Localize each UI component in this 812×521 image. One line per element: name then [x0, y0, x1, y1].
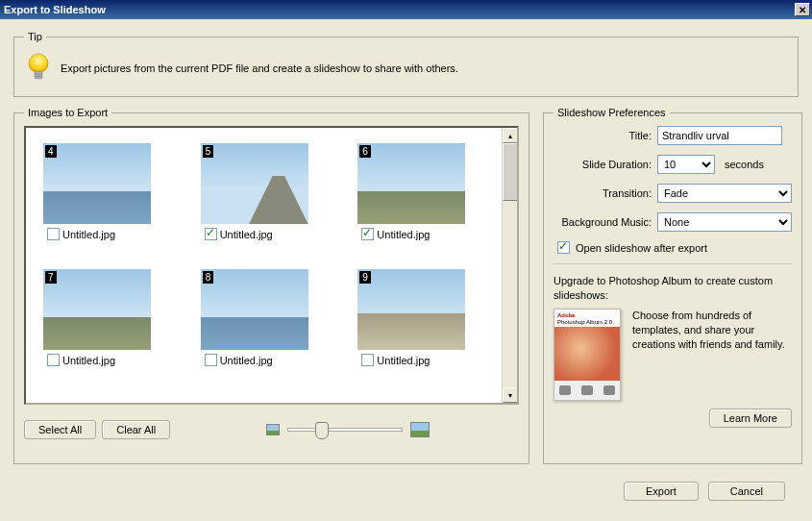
thumbnail-caption: Untitled.jpg: [377, 229, 430, 240]
thumbnail-number: 7: [45, 271, 57, 284]
export-button[interactable]: Export: [624, 482, 699, 501]
tip-text: Export pictures from the current PDF fil…: [61, 62, 458, 74]
thumbnail-caption: Untitled.jpg: [62, 355, 115, 366]
prefs-legend: Slideshow Preferences: [554, 107, 670, 118]
clear-all-button[interactable]: Clear All: [102, 420, 170, 439]
thumbnail-caption: Untitled.jpg: [62, 229, 115, 240]
slider-handle[interactable]: [315, 422, 329, 439]
thumbnail-item[interactable]: 7Untitled.jpg: [43, 269, 178, 366]
svg-point-0: [29, 54, 48, 73]
thumbnail-item[interactable]: 4Untitled.jpg: [43, 143, 178, 240]
open-after-checkbox[interactable]: [557, 241, 570, 254]
cancel-button[interactable]: Cancel: [708, 482, 785, 501]
images-legend: Images to Export: [24, 107, 111, 118]
zoom-small-icon: [266, 424, 280, 435]
transition-label: Transition:: [554, 187, 657, 199]
thumbnail-image[interactable]: 4: [43, 143, 151, 224]
scroll-up-button[interactable]: ▴: [503, 128, 518, 143]
select-all-button[interactable]: Select All: [24, 420, 96, 439]
thumbnail-checkbox[interactable]: [47, 228, 60, 240]
thumbnail-image[interactable]: 7: [43, 269, 151, 350]
svg-rect-1: [35, 71, 42, 79]
thumbnail-caption: Untitled.jpg: [220, 355, 273, 366]
thumbnail-image[interactable]: 5: [201, 143, 308, 224]
thumbnail-checkbox[interactable]: [361, 228, 374, 240]
tip-group: Tip Export pictures from the current PDF…: [13, 31, 799, 97]
thumbnail-item[interactable]: 9Untitled.jpg: [357, 269, 492, 366]
thumbnail-number: 6: [359, 145, 371, 158]
dialog-body: Tip Export pictures from the current PDF…: [0, 19, 812, 510]
product-boxshot: Adobe Photoshop Album 2.0: [554, 309, 621, 401]
lightbulb-icon: [26, 52, 51, 85]
prefs-group: Slideshow Preferences Title: Slide Durat…: [543, 107, 802, 464]
thumbnail-caption: Untitled.jpg: [377, 355, 430, 366]
thumbnail-checkbox[interactable]: [205, 354, 217, 366]
thumbnail-caption: Untitled.jpg: [220, 229, 273, 240]
dialog-footer: Export Cancel: [13, 474, 799, 501]
tip-legend: Tip: [24, 31, 46, 42]
thumbnail-list: 4Untitled.jpg5Untitled.jpg6Untitled.jpg7…: [24, 126, 519, 405]
separator: [554, 263, 792, 264]
transition-select[interactable]: Fade: [657, 184, 792, 203]
thumbnail-size-slider[interactable]: [176, 422, 519, 437]
thumbnail-number: 5: [203, 145, 214, 158]
thumbnail-number: 4: [45, 145, 57, 158]
scroll-down-button[interactable]: ▾: [503, 387, 518, 403]
music-label: Background Music:: [554, 216, 657, 228]
duration-label: Slide Duration:: [554, 159, 657, 170]
thumbnail-item[interactable]: 8Untitled.jpg: [201, 269, 335, 366]
scrollbar[interactable]: ▴ ▾: [502, 128, 517, 403]
thumbnail-item[interactable]: 5Untitled.jpg: [201, 143, 335, 240]
thumbnail-item[interactable]: 6Untitled.jpg: [357, 143, 492, 240]
thumbnail-number: 8: [203, 271, 214, 284]
title-bar: Export to Slideshow ✕: [0, 0, 812, 19]
thumbnail-checkbox[interactable]: [47, 354, 60, 366]
slider-track[interactable]: [287, 428, 403, 432]
boxshot-product: Photoshop Album 2.0: [557, 319, 612, 325]
thumbnail-image[interactable]: 8: [201, 269, 308, 350]
thumbnail-image[interactable]: 9: [357, 269, 465, 350]
window-title: Export to Slideshow: [4, 4, 795, 15]
duration-suffix: seconds: [725, 159, 764, 170]
close-button[interactable]: ✕: [795, 3, 810, 16]
duration-select[interactable]: 10: [657, 155, 715, 174]
images-group: Images to Export 4Untitled.jpg5Untitled.…: [13, 107, 529, 464]
upgrade-intro: Upgrade to Photoshop Album to create cus…: [554, 274, 792, 303]
boxshot-brand: Adobe: [557, 312, 576, 318]
thumbnail-checkbox[interactable]: [205, 228, 217, 240]
open-after-label[interactable]: Open slideshow after export: [576, 242, 707, 254]
thumbnail-number: 9: [359, 271, 371, 284]
title-label: Title:: [554, 130, 657, 141]
music-select[interactable]: None: [657, 212, 792, 232]
thumbnail-checkbox[interactable]: [361, 354, 374, 366]
learn-more-button[interactable]: Learn More: [709, 409, 792, 428]
title-input[interactable]: [657, 126, 782, 145]
scroll-thumb[interactable]: [503, 143, 518, 201]
thumbnail-image[interactable]: 6: [357, 143, 465, 224]
zoom-large-icon: [410, 422, 430, 437]
upgrade-blurb: Choose from hundreds of templates, and s…: [632, 309, 792, 401]
